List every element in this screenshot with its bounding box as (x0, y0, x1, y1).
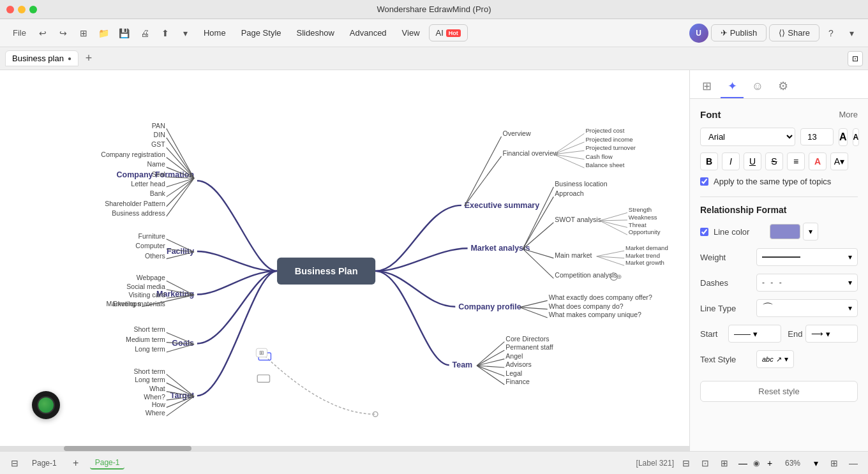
svg-text:Short term: Short term (133, 325, 165, 333)
svg-text:Main market: Main market (555, 251, 592, 259)
font-family-select[interactable]: Arial Helvetica Times New Roman (700, 128, 795, 146)
svg-text:Market trend: Market trend (625, 252, 660, 259)
text-style-label: Text Style (700, 355, 751, 364)
svg-line-69 (553, 154, 584, 159)
menu-advanced[interactable]: Advanced (343, 26, 393, 40)
fit-btn[interactable]: ⊡ (698, 456, 712, 470)
minimize-button[interactable] (18, 6, 26, 13)
tab-ai[interactable]: ✦ (721, 75, 744, 98)
toolbar-left: File ↩ ↪ ⊞ 📁 💾 🖨 ⬆ ▾ (8, 24, 195, 42)
svg-line-110 (477, 350, 504, 366)
dashes-dropdown[interactable]: - - - ▾ (756, 274, 858, 292)
right-panel: ⊞ ✦ ☺ ⚙ Font More Arial Helvetica Times … (689, 70, 868, 451)
svg-line-80 (600, 212, 627, 221)
font-more-link[interactable]: More (839, 110, 858, 119)
svg-text:What makes company unique?: What makes company unique? (549, 311, 641, 318)
svg-text:SWOT analysis: SWOT analysis (555, 216, 601, 223)
collapse-panel-btn[interactable]: ⊡ (848, 51, 863, 66)
text-style-dropdown[interactable]: abc ↗ ▾ (756, 350, 794, 368)
toggle-sidebar-btn[interactable]: ⊟ (8, 456, 22, 470)
font-color-btn[interactable]: A (809, 152, 827, 170)
central-node-text: Business Plan (295, 266, 358, 276)
tab-bar: Business plan ● + ⊡ (0, 47, 868, 70)
canvas[interactable]: Business Plan Company Formation PAN DIN … (0, 70, 689, 451)
print-btn[interactable]: 🖨 (136, 24, 154, 42)
tab-face[interactable]: ☺ (746, 75, 769, 98)
line-color-control: ▾ (770, 223, 858, 241)
zoom-in-btn[interactable]: + (763, 457, 776, 470)
menu-home[interactable]: Home (197, 26, 232, 40)
divider-1 (700, 196, 858, 197)
strikethrough-btn[interactable]: S (765, 152, 783, 170)
font-size-decrease-btn[interactable]: A (853, 128, 860, 146)
bold-btn[interactable]: B (700, 152, 718, 170)
svg-text:Long term: Long term (135, 345, 165, 353)
zoom-out-btn[interactable]: — (737, 457, 749, 470)
menu-page-style[interactable]: Page Style (235, 26, 288, 40)
svg-line-71 (553, 154, 584, 168)
svg-text:Financial overview: Financial overview (502, 149, 558, 157)
share-button[interactable]: ⟨⟩ Share (769, 24, 819, 41)
multi-page-btn[interactable]: ⊟ (679, 456, 693, 470)
apply-checkbox[interactable] (700, 177, 708, 186)
dashes-label: Dashes (700, 278, 751, 288)
font-size-input[interactable] (800, 128, 834, 145)
undo-btn[interactable]: ↩ (34, 24, 52, 42)
tab-style[interactable]: ⊞ (695, 75, 718, 98)
user-avatar[interactable]: U (689, 24, 708, 43)
reset-style-btn[interactable]: Reset style (700, 381, 858, 402)
tab-label: Business plan (12, 54, 64, 63)
panel-content: Font More Arial Helvetica Times New Roma… (690, 99, 868, 451)
line-color-checkbox[interactable] (700, 228, 708, 236)
svg-text:Balance sheet: Balance sheet (585, 161, 624, 168)
ai-label: AI (436, 28, 444, 38)
end-arrow-select[interactable]: ⟶▾ (805, 325, 858, 343)
menu-view[interactable]: View (396, 26, 426, 40)
start-arrow-select[interactable]: ——▾ (728, 325, 781, 343)
align-btn[interactable]: ≡ (787, 152, 805, 170)
maximize-button[interactable] (29, 6, 37, 13)
menu-ai-btn[interactable]: AI Hot (429, 24, 468, 41)
add-page-btn[interactable]: + (67, 454, 85, 472)
zoom-dropdown-btn[interactable]: ▾ (809, 457, 822, 470)
horizontal-scrollbar[interactable] (0, 446, 689, 451)
svg-line-82 (600, 220, 627, 221)
more-btn[interactable]: ▾ (842, 24, 860, 42)
tab-settings[interactable]: ⚙ (772, 75, 795, 98)
line-type-dropdown[interactable]: ⌒ ▾ (756, 299, 858, 317)
ai-assistant-bubble[interactable] (32, 391, 60, 419)
line-color-swatch[interactable] (770, 224, 800, 239)
save-btn[interactable]: 💾 (116, 24, 133, 42)
hot-badge: Hot (446, 29, 461, 37)
window-controls[interactable] (6, 6, 37, 13)
svg-text:Permanent staff: Permanent staff (505, 343, 553, 351)
svg-text:Seal: Seal (152, 170, 165, 178)
svg-text:DIN: DIN (154, 131, 165, 138)
page-1-inactive-tab[interactable]: Page-1 (27, 457, 62, 469)
redo-btn[interactable]: ↪ (54, 24, 72, 42)
svg-line-78 (523, 223, 553, 249)
tab-add-button[interactable]: + (81, 51, 96, 66)
publish-button[interactable]: ✈ Publish (711, 24, 767, 41)
menu-file-btn[interactable]: File (8, 24, 31, 42)
collapse-view-btn[interactable]: — (846, 456, 860, 470)
close-button[interactable] (6, 6, 14, 13)
zoom-level-display[interactable]: 63% (780, 459, 805, 468)
highlight-btn[interactable]: A▾ (830, 152, 848, 170)
menu-slideshow[interactable]: Slideshow (290, 26, 341, 40)
weight-dropdown[interactable]: ▾ (756, 248, 858, 266)
underline-btn[interactable]: U (744, 152, 761, 170)
italic-btn[interactable]: I (722, 152, 740, 170)
line-color-dropdown[interactable]: ▾ (803, 223, 818, 241)
new-btn[interactable]: ⊞ (75, 24, 93, 42)
font-size-increase-btn[interactable]: A (839, 128, 848, 146)
tab-business-plan[interactable]: Business plan ● (5, 50, 79, 66)
help-btn[interactable]: ? (822, 24, 840, 42)
fullscreen-btn[interactable]: ⊞ (717, 456, 731, 470)
open-btn[interactable]: 📁 (95, 24, 113, 42)
page-1-active-tab[interactable]: Page-1 (90, 457, 125, 470)
export-dropdown[interactable]: ▾ (177, 24, 195, 42)
export-btn[interactable]: ⬆ (156, 24, 174, 42)
scrollbar-thumb[interactable] (64, 446, 191, 451)
view-toggle-btn[interactable]: ⊞ (827, 456, 841, 470)
